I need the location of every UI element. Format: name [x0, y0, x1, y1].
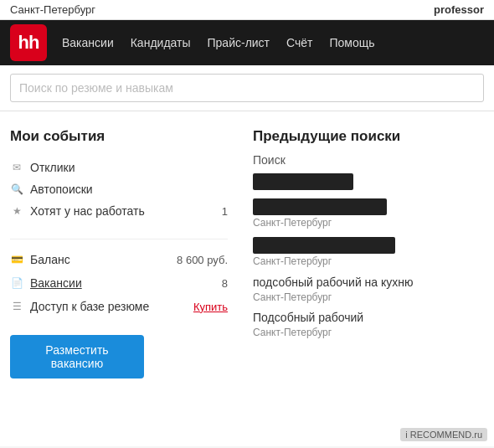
prev-searches-label: Поиск — [253, 153, 484, 167]
city-label: Санкт-Петербург — [10, 3, 95, 16]
prev-search-3[interactable]: Санкт-Петербург — [253, 237, 484, 267]
prev-search-2-city: Санкт-Петербург — [253, 217, 484, 229]
vacancies-count: 8 — [222, 277, 228, 290]
prev-search-3-city: Санкт-Петербург — [253, 255, 484, 267]
finance-section: 💳 Баланс 8 600 руб. 📄 Вакансии 8 ☰ Досту… — [10, 239, 228, 318]
username-label: professor — [434, 3, 484, 16]
top-bar: Санкт-Петербург professor — [0, 0, 494, 20]
file-icon: 📄 — [10, 276, 23, 290]
prev-search-1[interactable] — [253, 173, 484, 190]
hh-logo[interactable]: hh — [10, 24, 47, 61]
card-icon: 💳 — [10, 253, 23, 266]
main-nav: Вакансии Кандидаты Прайс-лист Счёт Помощ… — [62, 36, 375, 49]
vacancies-link-label[interactable]: Вакансии — [30, 276, 82, 290]
right-column: Предыдущие поиски Поиск Санкт-Петербург … — [253, 128, 484, 430]
search-input[interactable] — [10, 74, 484, 102]
star-icon: ★ — [10, 204, 23, 218]
search-icon: 🔍 — [10, 183, 23, 196]
prev-search-4-city: Санкт-Петербург — [253, 291, 332, 303]
events-list: ✉ Отклики 🔍 Автопоиски ★ Хотят у нас раб… — [10, 157, 228, 222]
event-wantwork-count: 1 — [222, 205, 228, 218]
envelope-icon: ✉ — [10, 161, 23, 174]
resume-access-label: Доступ к базе резюме — [30, 300, 149, 313]
prev-search-5[interactable]: Подсобный рабочий Санкт-Петербург — [253, 311, 484, 339]
event-autosearch-label: Автопоиски — [30, 183, 93, 196]
my-events-title: Мои события — [10, 128, 228, 145]
prev-search-4-text: подсобный рабочий на кухню — [253, 275, 484, 289]
event-wantwork[interactable]: ★ Хотят у нас работать 1 — [10, 200, 228, 222]
post-vacancy-button[interactable]: Разместить вакансию — [10, 335, 144, 378]
nav-bar: hh Вакансии Кандидаты Прайс-лист Счёт По… — [0, 20, 494, 65]
watermark: i RECOMMEND.ru — [400, 428, 487, 441]
balance-value: 8 600 руб. — [177, 254, 228, 266]
blacked-bar-2 — [253, 198, 387, 215]
search-wrap — [10, 74, 484, 102]
balance-row: 💳 Баланс 8 600 руб. — [10, 248, 228, 271]
balance-label: Баланс — [30, 253, 70, 266]
event-autosearch[interactable]: 🔍 Автопоиски — [10, 178, 228, 200]
prev-searches-title: Предыдущие поиски — [253, 128, 484, 145]
buy-link[interactable]: Купить — [193, 301, 228, 313]
nav-pricelist[interactable]: Прайс-лист — [208, 36, 270, 49]
vacancies-row[interactable]: 📄 Вакансии 8 — [10, 271, 228, 295]
prev-search-2[interactable]: Санкт-Петербург — [253, 198, 484, 229]
blacked-bar-3 — [253, 237, 395, 254]
event-wantwork-label: Хотят у нас работать — [30, 204, 145, 218]
event-responses[interactable]: ✉ Отклики — [10, 157, 228, 178]
resume-access-row: ☰ Доступ к базе резюме Купить — [10, 295, 228, 318]
main-content: Мои события ✉ Отклики 🔍 Автопоиски ★ Хот… — [0, 111, 494, 446]
blacked-bar-1 — [253, 173, 353, 190]
nav-help[interactable]: Помощь — [330, 36, 375, 49]
nav-candidates[interactable]: Кандидаты — [131, 36, 191, 49]
search-section — [0, 65, 494, 111]
prev-search-5-city: Санкт-Петербург — [253, 327, 332, 338]
nav-vacancies[interactable]: Вакансии — [62, 36, 114, 49]
left-column: Мои события ✉ Отклики 🔍 Автопоиски ★ Хот… — [10, 128, 228, 430]
list-icon: ☰ — [10, 300, 23, 313]
prev-search-4[interactable]: подсобный рабочий на кухню Санкт-Петербу… — [253, 275, 484, 304]
nav-account[interactable]: Счёт — [286, 36, 312, 49]
event-responses-label: Отклики — [30, 161, 75, 174]
prev-search-5-text: Подсобный рабочий — [253, 311, 484, 324]
